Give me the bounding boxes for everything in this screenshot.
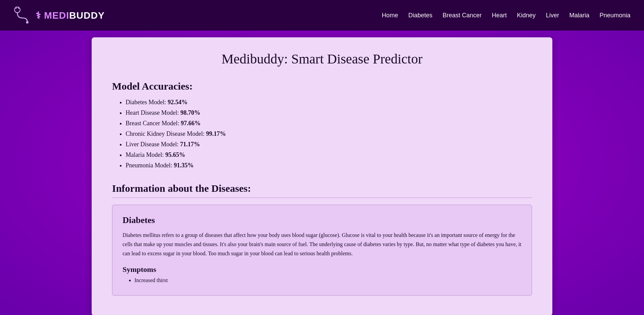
accuracy-diabetes-label: Diabetes Model: bbox=[126, 99, 168, 106]
accuracy-malaria: Malaria Model: 95.65% bbox=[126, 151, 532, 159]
svg-point-1 bbox=[26, 21, 29, 23]
nav-link-pneumonia[interactable]: Pneumonia bbox=[600, 12, 630, 19]
accuracy-heart-value: 98.70% bbox=[180, 109, 200, 116]
nav-item-pneumonia[interactable]: Pneumonia bbox=[600, 12, 630, 19]
accuracy-liver-value: 71.17% bbox=[180, 141, 200, 148]
nav-item-kidney[interactable]: Kidney bbox=[517, 12, 536, 19]
disease-card-diabetes: Diabetes Diabetes mellitus refers to a g… bbox=[112, 205, 532, 296]
nav-link-breast-cancer[interactable]: Breast Cancer bbox=[443, 12, 482, 19]
logo-buddy: BUDDY bbox=[69, 10, 105, 21]
nav-item-diabetes[interactable]: Diabetes bbox=[408, 12, 433, 19]
accuracy-malaria-label: Malaria Model: bbox=[126, 151, 165, 158]
nav-item-heart[interactable]: Heart bbox=[492, 12, 507, 19]
nav-link-heart[interactable]: Heart bbox=[492, 12, 507, 19]
nav-link-diabetes[interactable]: Diabetes bbox=[408, 12, 433, 19]
accuracy-pneumonia-value: 91.35% bbox=[174, 162, 194, 169]
symptoms-heading-diabetes: Symptoms bbox=[123, 265, 521, 274]
accuracy-liver: Liver Disease Model: 71.17% bbox=[126, 141, 532, 148]
accuracy-diabetes-value: 92.54% bbox=[168, 99, 188, 106]
content-card: Medibuddy: Smart Disease Predictor Model… bbox=[92, 37, 552, 315]
stethoscope-icon bbox=[14, 6, 32, 25]
model-accuracies-heading: Model Accuracies: bbox=[112, 80, 532, 92]
accuracy-breast-cancer-label: Breast Cancer Model: bbox=[126, 120, 181, 127]
nav-link-kidney[interactable]: Kidney bbox=[517, 12, 536, 19]
disease-title-diabetes: Diabetes bbox=[123, 215, 521, 225]
nav-item-malaria[interactable]: Malaria bbox=[569, 12, 589, 19]
nav-links: Home Diabetes Breast Cancer Heart Kidney… bbox=[382, 12, 630, 19]
symptom-item-0: Increased thirst bbox=[134, 277, 521, 283]
accuracy-malaria-value: 95.65% bbox=[165, 151, 185, 158]
disease-description-diabetes: Diabetes mellitus refers to a group of d… bbox=[123, 230, 521, 258]
accuracy-pneumonia: Pneumonia Model: 91.35% bbox=[126, 162, 532, 169]
logo-medi: ⚕ MEDI bbox=[36, 10, 69, 21]
page-title: Medibuddy: Smart Disease Predictor bbox=[112, 51, 532, 67]
accuracy-kidney: Chronic Kidney Disease Model: 99.17% bbox=[126, 130, 532, 137]
accuracy-liver-label: Liver Disease Model: bbox=[126, 141, 180, 148]
svg-point-0 bbox=[15, 7, 20, 13]
accuracy-diabetes: Diabetes Model: 92.54% bbox=[126, 99, 532, 106]
symptoms-list-diabetes: Increased thirst bbox=[123, 277, 521, 283]
accuracy-kidney-value: 99.17% bbox=[206, 130, 226, 137]
logo: ⚕ MEDIBUDDY bbox=[14, 6, 105, 25]
nav-link-liver[interactable]: Liver bbox=[546, 12, 559, 19]
accuracy-breast-cancer: Breast Cancer Model: 97.66% bbox=[126, 120, 532, 127]
accuracy-pneumonia-label: Pneumonia Model: bbox=[126, 162, 174, 169]
nav-link-home[interactable]: Home bbox=[382, 12, 398, 19]
info-diseases-heading: Information about the Diseases: bbox=[112, 183, 532, 198]
nav-item-breast-cancer[interactable]: Breast Cancer bbox=[443, 12, 482, 19]
accuracy-kidney-label: Chronic Kidney Disease Model: bbox=[126, 130, 206, 137]
logo-text: ⚕ MEDIBUDDY bbox=[36, 10, 105, 21]
nav-item-liver[interactable]: Liver bbox=[546, 12, 559, 19]
navbar: ⚕ MEDIBUDDY Home Diabetes Breast Cancer … bbox=[0, 0, 644, 31]
accuracy-breast-cancer-value: 97.66% bbox=[181, 120, 201, 127]
accuracy-heart: Heart Disease Model: 98.70% bbox=[126, 109, 532, 116]
accuracies-list: Diabetes Model: 92.54% Heart Disease Mod… bbox=[112, 99, 532, 169]
main-wrapper: Medibuddy: Smart Disease Predictor Model… bbox=[0, 31, 644, 315]
nav-link-malaria[interactable]: Malaria bbox=[569, 12, 589, 19]
accuracy-heart-label: Heart Disease Model: bbox=[126, 109, 180, 116]
nav-item-home[interactable]: Home bbox=[382, 12, 398, 19]
